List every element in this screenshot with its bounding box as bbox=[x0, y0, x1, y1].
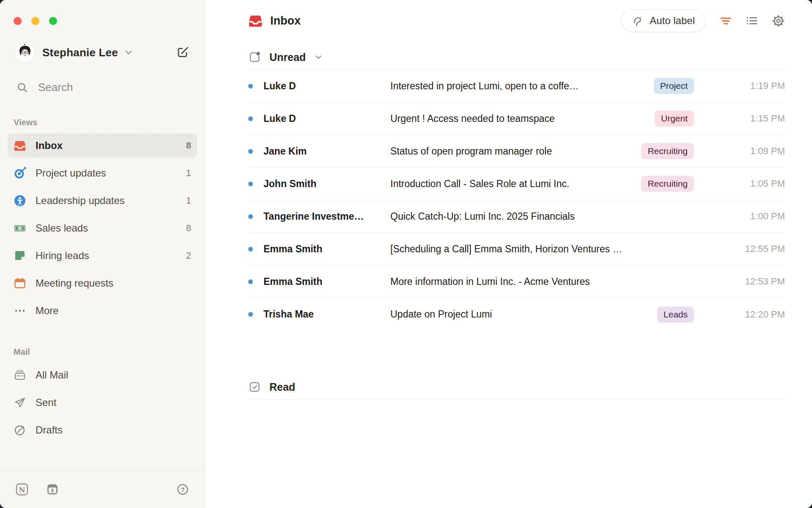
sidebar-item-all-mail[interactable]: All Mail bbox=[8, 363, 197, 387]
email-sender: Luke D bbox=[263, 113, 390, 124]
email-row[interactable]: Emma Smith [Scheduling a Call] Emma Smit… bbox=[248, 233, 785, 265]
auto-label-wand-icon bbox=[632, 15, 644, 27]
read-checkbox-icon bbox=[248, 381, 261, 393]
sidebar-item-label: Inbox bbox=[36, 140, 63, 152]
email-sender: Emma Smith bbox=[263, 276, 390, 287]
email-time: 1:19 PM bbox=[707, 80, 785, 91]
email-subject: [Scheduling a Call] Emma Smith, Horizon … bbox=[390, 243, 707, 255]
app-window: Stephanie Lee Search Views bbox=[0, 0, 812, 508]
read-section-header[interactable]: Read bbox=[248, 375, 785, 399]
auto-label-text: Auto label bbox=[650, 15, 695, 27]
unread-dot-icon bbox=[248, 116, 253, 121]
sidebar-item-meeting-requests[interactable]: Meeting requests bbox=[8, 271, 197, 295]
close-window-button[interactable] bbox=[14, 17, 22, 25]
email-time: 1:09 PM bbox=[707, 146, 785, 157]
email-row[interactable]: Trisha Mae Update on Project Lumi Leads … bbox=[248, 298, 785, 331]
sidebar-item-drafts[interactable]: Drafts bbox=[8, 418, 197, 442]
inbox-icon bbox=[248, 14, 263, 28]
gear-icon[interactable] bbox=[772, 14, 785, 28]
sidebar-item-count: 1 bbox=[186, 168, 191, 179]
filter-icon[interactable] bbox=[719, 14, 732, 27]
email-row[interactable]: Jane Kim Status of open program manager … bbox=[248, 135, 785, 168]
sidebar-item-sales-leads[interactable]: Sales leads 8 bbox=[8, 216, 197, 240]
email-row[interactable]: Emma Smith More information in Lumi Inc.… bbox=[248, 265, 785, 298]
inbox-tray-icon bbox=[14, 139, 26, 152]
page-title: Inbox bbox=[248, 14, 301, 28]
email-time: 1:05 PM bbox=[707, 178, 785, 189]
email-row[interactable]: Luke D Urgent ! Access needed to teamspa… bbox=[248, 102, 785, 135]
auto-label-button[interactable]: Auto label bbox=[621, 9, 706, 32]
email-sender: Jane Kim bbox=[263, 146, 390, 157]
email-row[interactable]: Luke D Interested in project Lumi, open … bbox=[248, 70, 785, 102]
sidebar-item-count: 8 bbox=[186, 140, 191, 151]
read-section-label: Read bbox=[269, 381, 295, 393]
email-label-badge: Leads bbox=[657, 306, 694, 323]
sidebar-item-label: Leadership updates bbox=[36, 195, 125, 207]
views-nav: Inbox 8 Project updates 1 bbox=[0, 133, 205, 326]
mail-stack-icon bbox=[14, 369, 26, 381]
sidebar-item-inbox[interactable]: Inbox 8 bbox=[8, 133, 197, 157]
unread-section-header[interactable]: Unread bbox=[248, 45, 785, 69]
sidebar-item-count: 2 bbox=[186, 250, 191, 261]
paper-plane-icon bbox=[14, 396, 26, 409]
email-time: 1:00 PM bbox=[707, 211, 785, 222]
account-switcher[interactable]: Stephanie Lee bbox=[15, 43, 189, 62]
svg-text:N: N bbox=[19, 485, 25, 494]
help-icon[interactable]: ? bbox=[176, 483, 189, 496]
chevron-down-icon bbox=[314, 53, 323, 61]
email-label-badge: Recruiting bbox=[641, 176, 694, 192]
sidebar-item-leadership-updates[interactable]: Leadership updates 1 bbox=[8, 188, 197, 213]
sidebar-item-label: Hiring leads bbox=[36, 250, 89, 262]
mail-nav: All Mail Sent Drafts bbox=[0, 363, 205, 445]
email-sender: Trisha Mae bbox=[263, 309, 390, 320]
sidebar-item-label: Sales leads bbox=[36, 222, 88, 234]
compose-icon[interactable] bbox=[176, 46, 189, 59]
sidebar-item-more[interactable]: More bbox=[8, 298, 197, 323]
email-label-badge: Urgent bbox=[655, 110, 694, 127]
search-input[interactable]: Search bbox=[16, 81, 189, 94]
sidebar-item-project-updates[interactable]: Project updates 1 bbox=[8, 161, 197, 185]
note-icon bbox=[14, 249, 26, 262]
unread-dot-icon bbox=[248, 312, 253, 317]
unread-icon bbox=[248, 51, 261, 64]
email-sender: John Smith bbox=[263, 178, 390, 190]
header-controls: Auto label bbox=[621, 9, 785, 32]
notion-logo-icon[interactable]: N bbox=[15, 483, 29, 496]
unread-dot-icon bbox=[248, 214, 253, 219]
email-subject: More information in Lumi Inc. - Acme Ven… bbox=[390, 276, 707, 287]
email-row[interactable]: John Smith Introduction Call - Sales Rol… bbox=[248, 168, 785, 200]
main-header: Inbox Auto label bbox=[248, 0, 785, 41]
list-view-icon[interactable] bbox=[746, 14, 758, 27]
sidebar-item-hiring-leads[interactable]: Hiring leads 2 bbox=[8, 243, 197, 268]
email-time: 12:20 PM bbox=[707, 309, 785, 320]
calendar-icon bbox=[14, 277, 26, 290]
zoom-window-button[interactable] bbox=[49, 17, 57, 25]
search-icon bbox=[16, 81, 29, 94]
minimize-window-button[interactable] bbox=[31, 17, 39, 25]
svg-text:?: ? bbox=[181, 486, 184, 493]
notion-calendar-icon[interactable]: 6 bbox=[46, 483, 59, 496]
mail-section-label: Mail bbox=[14, 347, 205, 357]
divider bbox=[248, 399, 785, 400]
email-row[interactable]: Tangerine Investme… Quick Catch-Up: Lumi… bbox=[248, 200, 785, 233]
chevron-down-icon bbox=[124, 48, 133, 57]
unread-dot-icon bbox=[248, 247, 253, 251]
email-time: 12:55 PM bbox=[707, 243, 785, 254]
sidebar-item-count: 8 bbox=[186, 223, 191, 234]
sidebar-item-label: Sent bbox=[36, 397, 56, 409]
ellipsis-icon bbox=[14, 304, 26, 317]
sidebar-item-sent[interactable]: Sent bbox=[8, 390, 197, 414]
email-sender: Tangerine Investme… bbox=[263, 211, 390, 222]
email-list: Luke D Interested in project Lumi, open … bbox=[248, 70, 785, 331]
unread-dot-icon bbox=[248, 182, 253, 186]
views-section-label: Views bbox=[14, 118, 205, 127]
sidebar-item-label: Meeting requests bbox=[36, 277, 113, 289]
sidebar-item-count: 1 bbox=[186, 195, 191, 206]
main-panel: Inbox Auto label bbox=[205, 0, 812, 508]
unread-dot-icon bbox=[248, 149, 253, 154]
banknote-icon bbox=[14, 222, 26, 235]
page-title-text: Inbox bbox=[270, 14, 301, 28]
profile-name: Stephanie Lee bbox=[42, 46, 118, 59]
email-subject: Update on Project Lumi bbox=[390, 309, 657, 320]
draft-pencil-icon bbox=[14, 424, 26, 436]
